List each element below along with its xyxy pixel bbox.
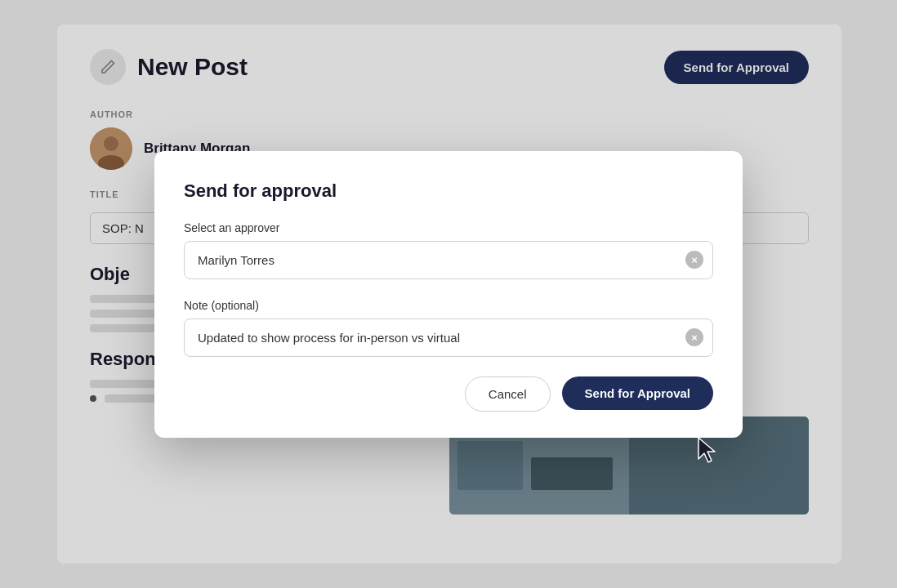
note-field-group: Note (optional) ×	[184, 299, 713, 357]
close-icon-note: ×	[691, 332, 698, 344]
clear-approver-button[interactable]: ×	[685, 251, 703, 269]
approver-label: Select an approver	[184, 221, 713, 234]
note-input-wrapper: ×	[184, 318, 713, 357]
note-label: Note (optional)	[184, 299, 713, 312]
modal-actions: Cancel Send for Approval	[184, 376, 713, 412]
cancel-button[interactable]: Cancel	[465, 376, 551, 412]
clear-note-button[interactable]: ×	[685, 328, 703, 346]
approver-input[interactable]	[184, 241, 713, 279]
approver-field-group: Select an approver ×	[184, 221, 713, 279]
send-approval-modal: Send for approval Select an approver × N…	[154, 151, 743, 438]
send-approval-button-modal[interactable]: Send for Approval	[562, 376, 713, 410]
modal-overlay: Send for approval Select an approver × N…	[0, 0, 897, 588]
note-input[interactable]	[184, 318, 713, 357]
close-icon: ×	[691, 254, 698, 266]
approver-input-wrapper: ×	[184, 241, 713, 279]
modal-title: Send for approval	[184, 180, 713, 202]
